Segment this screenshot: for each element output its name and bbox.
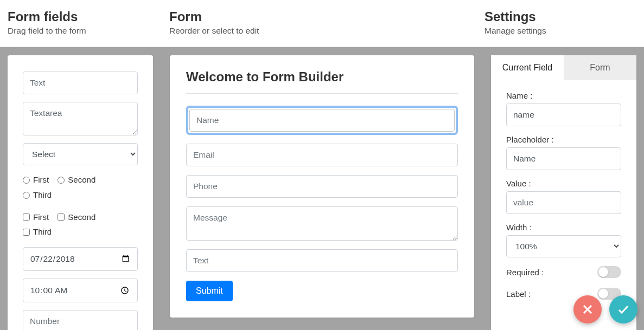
form-canvas-divider: [186, 93, 458, 94]
setting-name-input[interactable]: [506, 103, 621, 126]
palette-check-1[interactable]: [23, 213, 30, 221]
header-col-settings: Settings Manage settings: [484, 9, 636, 36]
workspace: Select First Second Third First Second T…: [0, 47, 644, 330]
setting-label-label: Label :: [506, 289, 531, 299]
palette-time-field[interactable]: [23, 279, 138, 302]
fab-row: [573, 295, 637, 323]
setting-placeholder-label: Placeholder :: [506, 135, 621, 144]
confirm-button[interactable]: [609, 295, 637, 323]
setting-required-label: Required :: [506, 268, 544, 277]
setting-value-input[interactable]: [506, 191, 621, 214]
settings-title: Settings: [484, 9, 636, 25]
tab-current-field[interactable]: Current Field: [491, 55, 564, 80]
setting-required-toggle[interactable]: [597, 266, 621, 278]
settings-subtitle: Manage settings: [484, 26, 636, 36]
check-icon: [617, 303, 630, 316]
setting-placeholder-input[interactable]: [506, 147, 621, 170]
palette-number-field[interactable]: [23, 310, 138, 330]
palette-radio-1[interactable]: [23, 177, 30, 184]
setting-width-select[interactable]: 100%: [506, 235, 621, 257]
fields-subtitle: Drag field to the form: [8, 26, 169, 36]
form-field-text-input[interactable]: [186, 249, 458, 272]
settings-body: Name : Placeholder : Value : Width : 100…: [491, 80, 636, 310]
palette-checkbox-group: First Second Third: [23, 210, 138, 240]
form-title: Form: [169, 9, 484, 25]
palette-check-3[interactable]: [23, 229, 30, 236]
header-col-fields: Form fields Drag field to the form: [8, 9, 169, 36]
submit-button[interactable]: Submit: [186, 281, 233, 301]
form-field-email-input[interactable]: [186, 144, 458, 166]
form-canvas-title: Welcome to Form Builder: [186, 69, 458, 85]
palette-radio-3-label: Third: [33, 188, 52, 202]
fields-title: Form fields: [8, 9, 169, 25]
setting-value-label: Value :: [506, 179, 621, 188]
palette-text-field[interactable]: [23, 72, 138, 94]
settings-tabs: Current Field Form: [491, 55, 636, 80]
header-col-form: Form Reorder or select to edit: [169, 9, 484, 36]
palette-radio-group: First Second Third: [23, 173, 138, 202]
palette-radio-2[interactable]: [58, 177, 65, 184]
palette-radio-1-label: First: [33, 173, 49, 187]
palette-check-3-label: Third: [33, 225, 52, 239]
form-field-message-textarea[interactable]: [186, 206, 458, 240]
palette-check-2[interactable]: [58, 213, 65, 221]
header-row: Form fields Drag field to the form Form …: [0, 0, 644, 47]
palette-check-2-label: Second: [68, 210, 95, 224]
setting-name-label: Name :: [506, 91, 621, 100]
palette-radio-3[interactable]: [23, 192, 30, 199]
palette-radio-2-label: Second: [68, 173, 95, 187]
settings-panel: Current Field Form Name : Placeholder : …: [491, 55, 636, 330]
close-icon: [582, 303, 594, 315]
palette-select-field[interactable]: Select: [23, 143, 138, 165]
palette-textarea-field[interactable]: [23, 102, 138, 135]
palette-date-field[interactable]: [23, 247, 138, 271]
cancel-button[interactable]: [573, 295, 602, 323]
setting-width-label: Width :: [506, 223, 621, 232]
palette-check-1-label: First: [33, 210, 49, 224]
tab-form[interactable]: Form: [564, 55, 636, 80]
form-field-name-selected[interactable]: [186, 106, 458, 135]
form-subtitle: Reorder or select to edit: [169, 26, 484, 36]
form-field-phone-input[interactable]: [186, 175, 458, 198]
form-canvas: Welcome to Form Builder Submit: [170, 55, 474, 318]
form-field-name-input[interactable]: [189, 109, 455, 132]
fields-panel: Select First Second Third First Second T…: [8, 55, 153, 330]
